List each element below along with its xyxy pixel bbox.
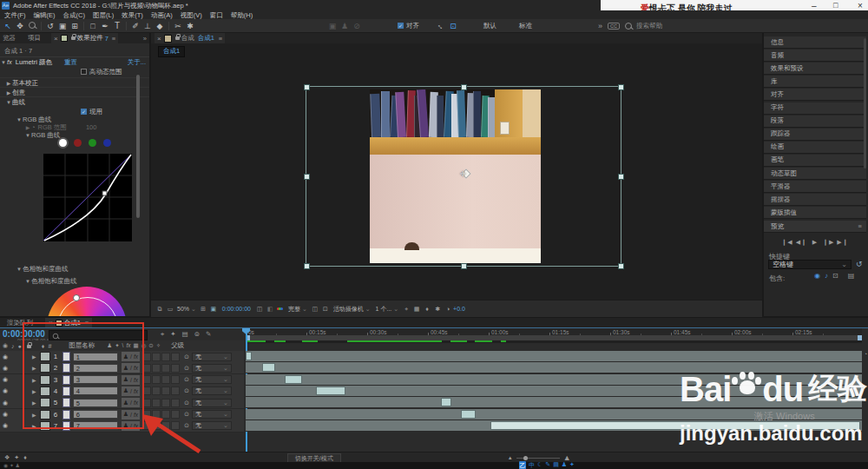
expand-transfer-icon[interactable]: ✦ [14, 454, 19, 461]
viewer-tab[interactable]: 合成1 [158, 46, 185, 57]
region-of-interest-icon[interactable]: ⊡ [447, 22, 459, 30]
layer-color-swatch[interactable] [40, 410, 50, 419]
graph-editor-icon[interactable]: ✎ [206, 330, 211, 339]
layer-name-field[interactable]: 5 [73, 399, 118, 407]
workspace-item-0[interactable]: 默认 [483, 22, 496, 30]
layer-row-5[interactable]: ◉▶55♟/fx⊙无⌄ [0, 397, 244, 409]
selection-handle[interactable] [618, 84, 624, 90]
parent-select[interactable]: 无⌄ [192, 421, 232, 430]
hdr-checkbox[interactable] [81, 69, 87, 75]
layer-name-column[interactable]: 图层名称 [69, 341, 95, 350]
layer-name-field[interactable]: 2 [73, 364, 118, 373]
parent-select[interactable]: 无⌄ [192, 375, 232, 384]
layer-visibility-icon[interactable]: ◉ [3, 353, 8, 360]
pixel-aspect-icon[interactable]: ⌖ [401, 306, 411, 313]
menu-item-2[interactable]: 合成(C) [63, 11, 85, 19]
layer-expander-icon[interactable]: ▶ [32, 365, 36, 371]
selection-handle[interactable] [304, 263, 310, 269]
ime-keyboard-icon[interactable]: ▤ [553, 461, 559, 469]
parent-pickwhip-icon[interactable]: ⊙ [184, 376, 189, 383]
hue-wheel[interactable] [0, 287, 149, 316]
puppet-pin-tool-icon[interactable]: ✱ [184, 22, 196, 30]
menu-item-7[interactable]: 窗口 [210, 11, 223, 19]
layer-track-1[interactable] [246, 351, 862, 362]
channel-red-dot[interactable] [74, 139, 82, 147]
workspace-item-1[interactable]: 标准 [519, 22, 532, 30]
eraser-tool-icon[interactable]: ◆ [154, 22, 166, 30]
hue-sat-row-1[interactable]: ▼色相饱和度曲线 [0, 264, 149, 274]
layer-visibility-icon[interactable]: ◉ [3, 411, 8, 418]
hdr-row[interactable]: 高动态范围 [0, 67, 149, 76]
layer-switches[interactable]: ♟/fx [121, 420, 141, 432]
parent-pickwhip-icon[interactable]: ⊙ [184, 387, 189, 394]
video-include-icon[interactable]: ◉ [814, 272, 820, 280]
menu-item-4[interactable]: 效果(T) [122, 11, 143, 19]
layer-expander-icon[interactable]: ▶ [32, 353, 36, 360]
expand-layer-switches-icon[interactable]: ❖ [4, 454, 10, 461]
layer-duration-bar[interactable] [461, 410, 476, 419]
shy-toggle-icon[interactable]: ✦ [170, 330, 175, 339]
comp-viewport[interactable]: 合成1 ✛ [151, 43, 762, 300]
selection-tool-icon[interactable]: ↖ [2, 22, 14, 30]
menu-item-8[interactable]: 帮助(H) [231, 11, 253, 19]
panel-item-9[interactable]: 画笔 [764, 155, 866, 167]
layer-row-6[interactable]: ◉▶66♟/fx⊙无⌄ [0, 409, 244, 421]
flowchart-icon[interactable]: ⧉ [155, 306, 165, 313]
layer-expander-icon[interactable]: ▶ [32, 423, 36, 429]
layer-track-2[interactable] [246, 362, 862, 373]
minimize-button[interactable]: – [812, 1, 817, 10]
layer-name-field[interactable]: 6 [73, 410, 118, 419]
layer-duration-bar[interactable] [246, 352, 252, 360]
layer-expander-icon[interactable]: ▶ [32, 412, 36, 418]
pen-tool-icon[interactable]: ✒ [99, 22, 111, 30]
menu-item-6[interactable]: 视图(V) [181, 11, 202, 19]
layer-track-3[interactable] [246, 374, 862, 386]
comp-marker-icon[interactable]: ◔ [864, 351, 867, 357]
parent-pickwhip-icon[interactable]: ⊙ [184, 400, 189, 406]
snapshot-icon[interactable]: ◫ [254, 306, 265, 313]
layer-visibility-icon[interactable]: ◉ [3, 365, 8, 372]
menu-item-5[interactable]: 动画(A) [151, 11, 173, 19]
ime-pen-icon[interactable]: ✎ [545, 461, 550, 469]
brush-tool-icon[interactable]: ✐ [129, 22, 141, 30]
fast-preview-icon[interactable]: ▦ [411, 306, 422, 313]
channel-white-dot[interactable] [59, 139, 67, 147]
selection-handle[interactable] [461, 84, 467, 90]
group-curves-row[interactable]: ▼曲线 [0, 96, 149, 107]
channel-green-dot[interactable] [89, 139, 96, 147]
play-button[interactable]: ▶ [812, 239, 818, 246]
selection-handle[interactable] [461, 263, 467, 269]
menu-item-3[interactable]: 图层(L) [93, 11, 114, 19]
parent-pickwhip-icon[interactable]: ⊙ [184, 353, 189, 360]
ime-user-icon[interactable]: ♟ [562, 461, 567, 469]
layer-name-field[interactable]: 7 [73, 421, 118, 430]
tab-composition[interactable]: × 合成 合成1 ≡ [155, 33, 225, 43]
active-checkbox[interactable]: ✓ [81, 109, 87, 115]
layer-color-swatch[interactable] [40, 398, 50, 407]
region-icon[interactable]: ◫ [310, 306, 320, 313]
time-ruler[interactable]: 0s00:15s00:30s00:45s01:00s01:15s01:30s01… [246, 328, 862, 341]
layer-duration-bar[interactable] [262, 363, 275, 372]
selection-handle[interactable] [618, 174, 624, 180]
lock-icon[interactable] [71, 36, 76, 40]
twirl-down-icon[interactable]: ▼ [0, 60, 7, 65]
tab-browser[interactable]: 览器 [3, 34, 16, 43]
clone-stamp-tool-icon[interactable]: ⊥ [141, 22, 154, 30]
layer-row-2[interactable]: ◉▶22♟/fx⊙无⌄ [0, 362, 244, 374]
hand-tool-icon[interactable]: ✥ [14, 22, 26, 30]
layer-row-7[interactable]: ◉▶77♟/fx⊙无⌄ [0, 420, 244, 433]
ime-moon-icon[interactable]: ☾ [537, 461, 542, 469]
selection-handle[interactable] [618, 263, 624, 269]
layer-expander-icon[interactable]: ▶ [32, 388, 36, 394]
grid-guides-icon[interactable]: ⊞ [198, 306, 208, 313]
comp-mini-flowchart-icon[interactable]: ⌖ [161, 330, 164, 339]
panel-item-4[interactable]: 对齐 [764, 89, 866, 101]
zoom-tool-icon[interactable] [26, 22, 38, 30]
close-button[interactable]: × [858, 1, 863, 10]
channel-blue-dot[interactable] [103, 139, 111, 147]
right-panel-scrollbar[interactable] [864, 38, 866, 168]
parent-column[interactable]: 父级 [171, 341, 184, 350]
parent-pickwhip-icon[interactable]: ⊙ [184, 411, 189, 418]
camera-select[interactable]: 活动摄像机 ⌄ [333, 305, 371, 314]
panel-item-0[interactable]: 信息 [764, 36, 866, 49]
